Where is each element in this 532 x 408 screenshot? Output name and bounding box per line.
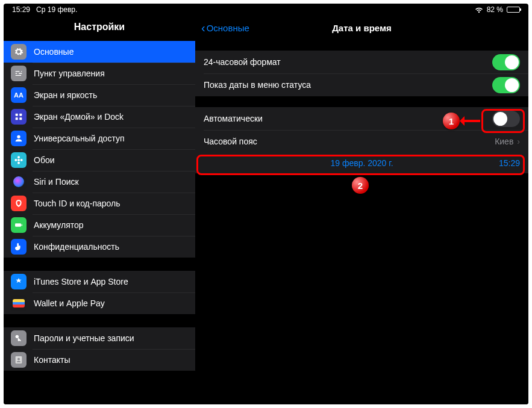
battery-icon	[507, 7, 520, 13]
svg-point-9	[20, 159, 23, 161]
status-time: 15:29	[12, 5, 30, 14]
svg-point-7	[17, 162, 20, 164]
back-button[interactable]: ‹ Основные	[201, 22, 249, 34]
sliders-icon	[11, 66, 27, 81]
status-date: Ср 19 февр.	[36, 5, 77, 14]
sidebar-item-label: Пароли и учетные записи	[34, 333, 134, 343]
wallet-icon	[11, 295, 27, 311]
sidebar-item[interactable]: iTunes Store и App Store	[4, 271, 195, 292]
battery-pct: 82 %	[487, 5, 503, 14]
sidebar-item[interactable]: Контакты	[4, 349, 195, 371]
svg-point-5	[17, 159, 20, 161]
status-bar: 15:29 Ср 19 февр. 82 %	[4, 4, 528, 16]
row-show-date[interactable]: Показ даты в меню статуса	[195, 73, 528, 96]
sidebar-item[interactable]: Touch ID и код-пароль	[4, 193, 195, 214]
svg-point-4	[17, 135, 20, 138]
sidebar-item[interactable]: Wallet и Apple Pay	[4, 292, 195, 314]
annotation-arrow	[461, 120, 480, 122]
sidebar-item-label: Обои	[34, 155, 55, 165]
contacts-icon	[11, 352, 27, 368]
sidebar-item[interactable]: Конфиденциальность	[4, 236, 195, 258]
date-value: 19 февр. 2020 г.	[195, 158, 528, 168]
gear-icon	[11, 44, 27, 60]
toggle-24h[interactable]	[492, 54, 520, 70]
sidebar-item[interactable]: Универсальный доступ	[4, 128, 195, 149]
sidebar-item-label: Конфиденциальность	[34, 242, 119, 252]
sidebar-item[interactable]: Основные	[4, 41, 195, 63]
sidebar-item-label: Контакты	[34, 355, 70, 365]
row-timezone[interactable]: Часовой пояс Киев ›	[195, 130, 528, 153]
person-icon	[11, 131, 27, 146]
sidebar-item[interactable]: Пункт управления	[4, 63, 195, 84]
svg-point-6	[17, 156, 20, 158]
group-format: 24-часовой формат Показ даты в меню стат…	[195, 51, 528, 96]
svg-rect-0	[16, 114, 18, 116]
group-auto: Автоматически Часовой пояс Киев › 19 фев…	[195, 107, 528, 173]
sidebar-item[interactable]: AAЭкран и яркость	[4, 84, 195, 106]
touch-icon	[11, 196, 27, 211]
annotation-badge-2: 2	[352, 177, 369, 194]
AA-icon: AA	[11, 87, 27, 103]
timezone-value: Киев	[495, 137, 513, 146]
chevron-left-icon: ‹	[201, 22, 205, 34]
sidebar-item[interactable]: Экран «Домой» и Dock	[4, 106, 195, 128]
sidebar-item-label: Экран «Домой» и Dock	[34, 112, 124, 122]
sidebar-item[interactable]: Siri и Поиск	[4, 171, 195, 193]
row-label: 24-часовой формат	[204, 57, 281, 67]
wifi-icon	[475, 7, 483, 13]
toggle-show-date[interactable]	[492, 77, 520, 93]
row-label: Часовой пояс	[204, 137, 257, 146]
sidebar-item-label: Экран и яркость	[34, 90, 97, 100]
svg-rect-11	[22, 224, 22, 226]
grid-icon	[11, 109, 27, 125]
main-pane: ‹ Основные Дата и время 24-часовой форма…	[195, 16, 528, 404]
svg-rect-1	[19, 114, 22, 116]
sidebar-item-label: Пункт управления	[34, 69, 105, 78]
row-auto[interactable]: Автоматически	[195, 107, 528, 130]
sidebar-item-label: Siri и Поиск	[34, 177, 79, 187]
appstore-icon	[11, 274, 27, 289]
sidebar-item-label: Аккумулятор	[34, 220, 84, 230]
svg-rect-10	[15, 223, 21, 226]
key-icon	[11, 330, 27, 346]
toggle-auto[interactable]	[492, 111, 520, 127]
batt-icon	[11, 217, 27, 233]
hand-icon	[11, 239, 27, 255]
back-label: Основные	[207, 23, 249, 33]
sidebar-item-label: Wallet и Apple Pay	[34, 298, 105, 308]
row-label: Автоматически	[204, 114, 263, 123]
svg-rect-2	[16, 117, 18, 120]
row-datetime[interactable]: 19 февр. 2020 г. 15:29	[195, 153, 528, 173]
sidebar-item-label: iTunes Store и App Store	[34, 277, 128, 286]
sidebar-item-label: Touch ID и код-пароль	[34, 199, 120, 208]
sidebar-title: Настройки	[4, 16, 195, 41]
sidebar-item[interactable]: Аккумулятор	[4, 214, 195, 236]
sidebar-item[interactable]: Пароли и учетные записи	[4, 327, 195, 349]
sidebar-item[interactable]: Обои	[4, 149, 195, 171]
navbar: ‹ Основные Дата и время	[195, 16, 528, 40]
sidebar-item-label: Основные	[34, 47, 74, 57]
sidebar-item-label: Универсальный доступ	[34, 134, 125, 143]
siri-icon	[11, 174, 27, 190]
chevron-right-icon: ›	[517, 137, 520, 146]
svg-rect-3	[19, 117, 22, 120]
sidebar: Настройки ОсновныеПункт управленияAAЭкра…	[4, 16, 195, 404]
flower-icon	[11, 152, 27, 168]
row-24h[interactable]: 24-часовой формат	[195, 51, 528, 73]
svg-point-14	[17, 358, 20, 360]
row-label: Показ даты в меню статуса	[204, 80, 311, 90]
svg-point-8	[14, 159, 17, 161]
